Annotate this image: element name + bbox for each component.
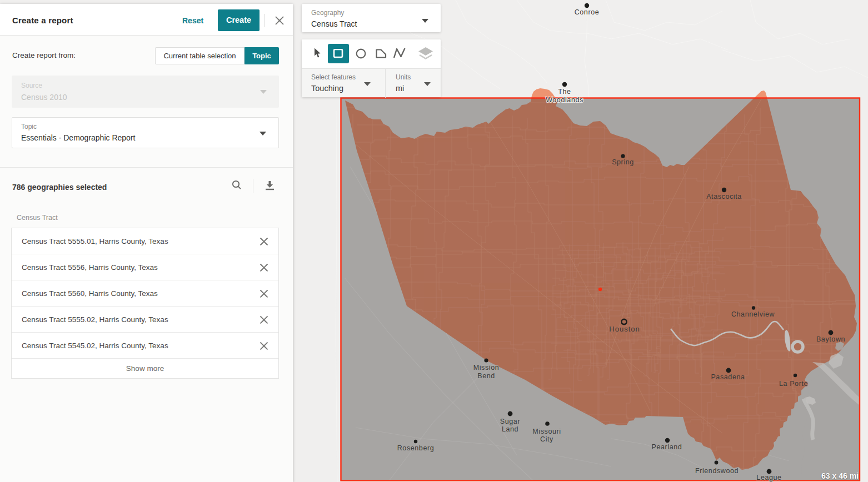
svg-text:Land: Land bbox=[502, 425, 518, 433]
svg-text:Friendswood: Friendswood bbox=[695, 467, 739, 475]
svg-text:City: City bbox=[540, 435, 553, 443]
svg-text:Channelview: Channelview bbox=[731, 310, 775, 318]
svg-text:63 x 46 mi: 63 x 46 mi bbox=[821, 471, 859, 480]
svg-text:The: The bbox=[558, 88, 571, 96]
svg-text:Pasadena: Pasadena bbox=[711, 373, 745, 381]
svg-text:Bend: Bend bbox=[477, 372, 495, 380]
svg-text:Woodlands: Woodlands bbox=[546, 96, 583, 104]
svg-text:Conroe: Conroe bbox=[575, 8, 600, 16]
svg-text:Baytown: Baytown bbox=[816, 335, 845, 343]
svg-text:Atascocita: Atascocita bbox=[706, 193, 742, 200]
svg-text:Mission: Mission bbox=[473, 364, 500, 371]
svg-text:Spring: Spring bbox=[612, 158, 634, 166]
svg-text:Pearland: Pearland bbox=[652, 443, 682, 451]
svg-text:Rosenberg: Rosenberg bbox=[397, 444, 435, 452]
svg-text:La Porte: La Porte bbox=[779, 380, 808, 388]
svg-text:Houston: Houston bbox=[609, 325, 640, 333]
svg-text:Missouri: Missouri bbox=[532, 428, 561, 435]
svg-text:League: League bbox=[756, 474, 781, 481]
svg-text:Sugar: Sugar bbox=[500, 418, 520, 425]
